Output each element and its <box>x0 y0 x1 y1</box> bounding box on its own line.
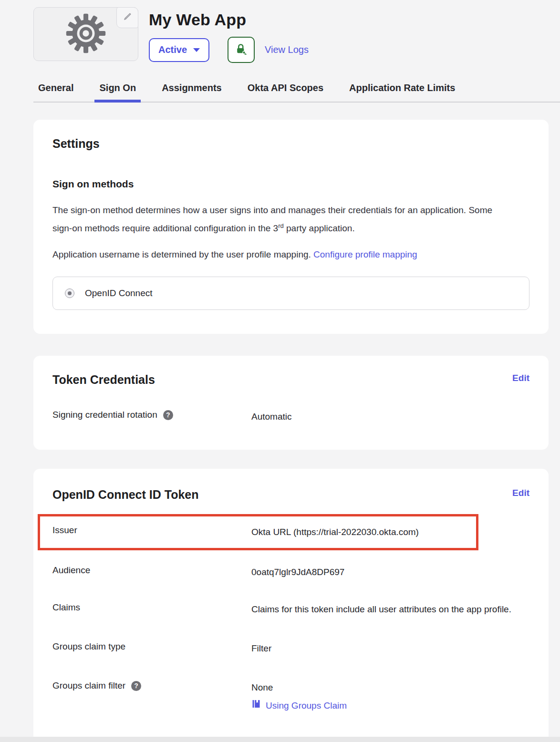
bottom-divider <box>0 737 560 742</box>
groups-claim-filter-value: None <box>251 679 347 697</box>
status-dropdown-button[interactable]: Active <box>149 38 209 62</box>
signing-credential-rotation-label: Signing credential rotation <box>52 408 157 422</box>
app-settings-page: My Web App Active Vi <box>0 0 560 742</box>
row-label: Signing credential rotation ? <box>52 408 251 422</box>
token-credentials-title: Token Credentials <box>52 373 155 387</box>
gear-icon <box>66 13 106 55</box>
oidc-id-token-card: OpenID Connect ID Token Edit Issuer Okta… <box>33 469 549 742</box>
lock-key-icon <box>235 43 248 57</box>
claims-row: Claims Claims for this token include all… <box>52 600 529 618</box>
claims-label: Claims <box>52 600 251 615</box>
groups-claim-filter-value-wrap: None Using Groups Claim <box>251 679 347 713</box>
tab-okta-api-scopes[interactable]: Okta API Scopes <box>243 77 328 103</box>
settings-card: Settings Sign on methods The sign-on met… <box>33 120 549 334</box>
groups-claim-type-label: Groups claim type <box>52 639 251 654</box>
issuer-row: Issuer Okta URL (https://trial-2022030.o… <box>52 523 476 541</box>
configure-profile-mapping-link[interactable]: Configure profile mapping <box>313 249 417 259</box>
settings-card-title: Settings <box>52 137 529 151</box>
oidc-id-token-head: OpenID Connect ID Token Edit <box>52 488 529 502</box>
signing-credential-rotation-value: Automatic <box>251 408 291 426</box>
help-icon[interactable]: ? <box>163 410 173 420</box>
sign-on-methods-title: Sign on methods <box>52 178 529 190</box>
issuer-label: Issuer <box>52 523 251 537</box>
tab-assignments[interactable]: Assignments <box>157 77 227 103</box>
app-tabs: General Sign On Assignments Okta API Sco… <box>33 77 560 103</box>
sign-on-description-end: party application. <box>284 223 355 233</box>
groups-claim-filter-label: Groups claim filter <box>52 679 125 693</box>
token-credentials-edit-link[interactable]: Edit <box>512 373 529 383</box>
username-mapping-text: Application username is determined by th… <box>52 247 506 262</box>
token-credentials-head: Token Credentials Edit <box>52 373 529 387</box>
chevron-down-icon <box>193 48 200 52</box>
oidc-id-token-edit-link[interactable]: Edit <box>512 488 529 498</box>
groups-claim-type-value: Filter <box>251 639 271 658</box>
sign-on-description: The sign-on method determines how a user… <box>52 202 506 236</box>
sign-on-method-option: OpenID Connect <box>52 277 529 310</box>
book-icon <box>251 699 261 713</box>
groups-claim-type-row: Groups claim type Filter <box>52 639 529 658</box>
groups-claim-filter-label-wrap: Groups claim filter ? <box>52 679 251 693</box>
pencil-icon <box>122 11 133 24</box>
status-label: Active <box>158 44 187 55</box>
radio-dot <box>68 291 72 295</box>
signing-credential-rotation-row: Signing credential rotation ? Automatic <box>52 408 529 426</box>
issuer-value: Okta URL (https://trial-2022030.okta.com… <box>251 523 419 541</box>
app-logo-box <box>33 7 138 61</box>
edit-logo-button[interactable] <box>116 7 138 28</box>
sign-on-description-text: The sign-on method determines how a user… <box>52 205 492 233</box>
token-credentials-card: Token Credentials Edit Signing credentia… <box>33 356 549 450</box>
app-header: My Web App Active Vi <box>0 0 560 63</box>
page-title: My Web App <box>149 10 309 29</box>
tab-sign-on[interactable]: Sign On <box>94 77 141 103</box>
claims-value: Claims for this token include all user a… <box>251 600 511 618</box>
issuer-highlight-annotation: Issuer Okta URL (https://trial-2022030.o… <box>38 514 478 550</box>
view-logs-link[interactable]: View Logs <box>265 44 309 55</box>
openid-connect-label: OpenID Connect <box>85 288 153 299</box>
using-groups-claim-label: Using Groups Claim <box>266 699 347 713</box>
openid-connect-radio[interactable] <box>65 289 74 298</box>
view-logs-icon-button[interactable] <box>228 37 255 63</box>
groups-claim-filter-row: Groups claim filter ? None Using Groups … <box>52 679 529 713</box>
header-actions: Active View Logs <box>149 37 309 63</box>
audience-label: Audience <box>52 563 251 577</box>
audience-value: 0oatq7lglr9JdA8DP697 <box>251 563 344 581</box>
username-mapping-sentence: Application username is determined by th… <box>52 249 313 259</box>
audience-row: Audience 0oatq7lglr9JdA8DP697 <box>52 563 529 581</box>
app-header-main: My Web App Active Vi <box>149 7 309 63</box>
help-icon[interactable]: ? <box>131 681 141 691</box>
using-groups-claim-link[interactable]: Using Groups Claim <box>251 699 347 713</box>
ordinal-superscript: rd <box>278 222 284 229</box>
tab-general[interactable]: General <box>33 77 78 103</box>
tab-application-rate-limits[interactable]: Application Rate Limits <box>344 77 460 103</box>
oidc-id-token-title: OpenID Connect ID Token <box>52 488 199 502</box>
